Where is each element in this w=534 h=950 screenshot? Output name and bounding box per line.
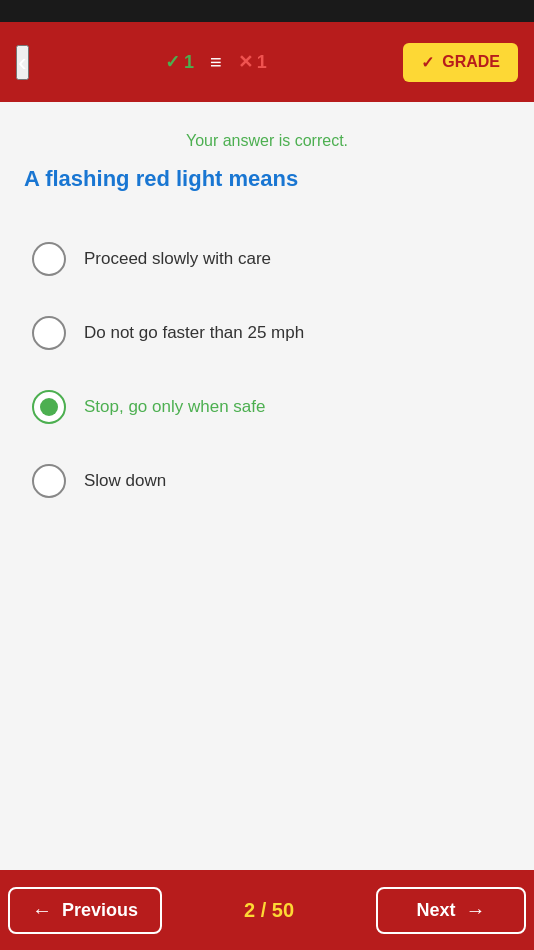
header-bar: ‹ ✓ 1 ≡ ✕ 1 ✓ GRADE <box>0 22 534 102</box>
top-status-bar <box>0 0 534 22</box>
previous-button[interactable]: ← Previous <box>8 887 162 934</box>
radio-inner-3 <box>40 398 58 416</box>
option-label-3: Stop, go only when safe <box>84 397 265 417</box>
radio-button-1[interactable] <box>32 242 66 276</box>
options-list: Proceed slowly with care Do not go faste… <box>24 222 510 518</box>
score-display: ✓ 1 ≡ ✕ 1 <box>165 51 267 74</box>
option-item-2[interactable]: Do not go faster than 25 mph <box>24 296 510 370</box>
check-icon: ✓ <box>165 51 180 73</box>
back-icon: ‹ <box>18 47 27 77</box>
question-text: A flashing red light means <box>24 166 510 192</box>
back-button[interactable]: ‹ <box>16 45 29 80</box>
option-label-1: Proceed slowly with care <box>84 249 271 269</box>
radio-button-2[interactable] <box>32 316 66 350</box>
next-arrow-icon: → <box>466 899 486 922</box>
grade-button[interactable]: ✓ GRADE <box>403 43 518 82</box>
page-indicator: 2 / 50 <box>244 899 294 922</box>
next-button[interactable]: Next → <box>376 887 526 934</box>
incorrect-count: 1 <box>257 52 267 73</box>
option-item-3[interactable]: Stop, go only when safe <box>24 370 510 444</box>
option-item-4[interactable]: Slow down <box>24 444 510 518</box>
grade-check-icon: ✓ <box>421 53 434 72</box>
grade-label: GRADE <box>442 53 500 71</box>
radio-button-4[interactable] <box>32 464 66 498</box>
score-divider-icon: ≡ <box>210 51 222 74</box>
option-label-4: Slow down <box>84 471 166 491</box>
footer-nav: ← Previous 2 / 50 Next → <box>0 870 534 950</box>
next-label: Next <box>416 900 455 921</box>
correct-count: 1 <box>184 52 194 73</box>
x-icon: ✕ <box>238 51 253 73</box>
answer-feedback: Your answer is correct. <box>24 132 510 150</box>
option-item-1[interactable]: Proceed slowly with care <box>24 222 510 296</box>
previous-label: Previous <box>62 900 138 921</box>
prev-arrow-icon: ← <box>32 899 52 922</box>
option-label-2: Do not go faster than 25 mph <box>84 323 304 343</box>
incorrect-score: ✕ 1 <box>238 51 267 73</box>
main-content: Your answer is correct. A flashing red l… <box>0 102 534 870</box>
radio-button-3[interactable] <box>32 390 66 424</box>
correct-score: ✓ 1 <box>165 51 194 73</box>
